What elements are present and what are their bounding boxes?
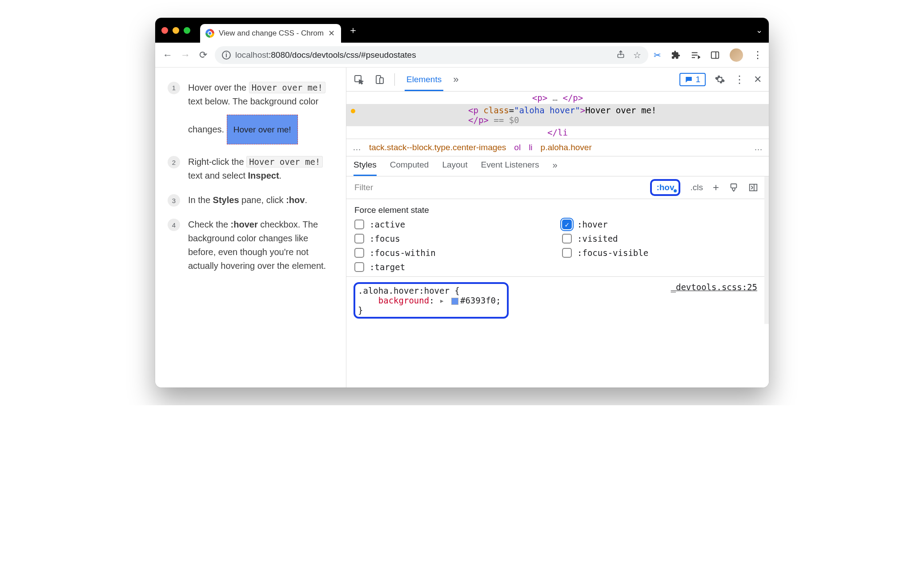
tab-title: View and change CSS - Chrom	[219, 29, 324, 38]
step-bold: :hover	[231, 220, 258, 229]
computed-sidebar-icon[interactable]	[748, 183, 758, 192]
step-number: 3	[168, 194, 180, 207]
svg-rect-4	[380, 78, 383, 84]
styles-filter-input[interactable]: Filter	[353, 180, 650, 195]
subtab-layout[interactable]: Layout	[442, 160, 467, 176]
dom-breadcrumbs[interactable]: … tack.stack--block.type.center-images o…	[346, 139, 769, 156]
side-panel-icon[interactable]	[710, 50, 720, 60]
toggle-hov-button[interactable]: :hov	[650, 179, 680, 196]
inspect-element-icon[interactable]	[354, 74, 364, 85]
styles-filter-bar: Filter :hov .cls +	[346, 176, 764, 199]
share-icon[interactable]	[616, 50, 625, 60]
toggle-cls-button[interactable]: .cls	[690, 183, 703, 192]
bookmark-icon[interactable]: ☆	[633, 50, 641, 60]
device-toggle-icon[interactable]	[374, 74, 385, 85]
step-text: In the	[188, 195, 213, 205]
titlebar: View and change CSS - Chrom ✕ ＋ ⌄	[155, 18, 769, 43]
step-bold: Inspect	[248, 171, 279, 180]
step-number: 4	[168, 219, 180, 231]
color-swatch-icon[interactable]	[451, 298, 458, 305]
rule-source-link[interactable]: _devtools.scss:25	[671, 282, 757, 292]
back-button[interactable]: ←	[161, 49, 174, 61]
tab-list-chevron-icon[interactable]: ⌄	[756, 25, 763, 35]
dom-selected-row[interactable]: <p class="aloha hover">Hover over me! </…	[346, 104, 769, 126]
devtools-close-icon[interactable]: ✕	[754, 74, 762, 85]
css-rule[interactable]: .aloha.hover:hover { background: ▸ #6393…	[346, 277, 764, 324]
forward-button: →	[179, 49, 192, 61]
styles-subtabs: Styles Computed Layout Event Listeners »	[346, 156, 769, 176]
content-area: 1 Hover over the Hover over me! text bel…	[155, 68, 769, 387]
browser-toolbar: ← → ⟳ i localhost:8080/docs/devtools/css…	[155, 43, 769, 68]
subtab-event-listeners[interactable]: Event Listeners	[481, 160, 539, 176]
minimize-window-icon[interactable]	[173, 27, 179, 34]
svg-rect-1	[711, 52, 719, 58]
step-text: text and select	[188, 171, 248, 180]
step-text: Check the	[188, 220, 231, 229]
subtab-computed[interactable]: Computed	[390, 160, 429, 176]
step-2: 2 Right-click the Hover over me! text an…	[168, 155, 333, 183]
crumb-item[interactable]: li	[529, 143, 532, 152]
more-tabs-icon[interactable]: »	[453, 74, 458, 85]
devtools-tab-elements[interactable]: Elements	[405, 75, 443, 91]
force-state-title: Force element state	[354, 205, 756, 215]
forced-state-indicator-icon	[351, 109, 355, 113]
settings-gear-icon[interactable]	[715, 74, 725, 85]
step-text: Hover over the	[188, 83, 249, 92]
hover-demo-box[interactable]: Hover over me!	[227, 115, 298, 144]
reload-button[interactable]: ⟳	[197, 49, 209, 61]
issues-button[interactable]: 1	[679, 73, 706, 86]
force-element-state-panel: Force element state :active ✓:hover :foc…	[346, 199, 764, 277]
step-number: 1	[168, 82, 180, 94]
state-target[interactable]: :target	[354, 262, 549, 272]
maximize-window-icon[interactable]	[184, 27, 190, 34]
browser-tab[interactable]: View and change CSS - Chrom ✕	[200, 24, 341, 43]
dom-tree[interactable]: <p> … </p> <p class="aloha hover">Hover …	[346, 92, 769, 139]
state-hover[interactable]: ✓:hover	[562, 220, 756, 229]
state-focus-within[interactable]: :focus-within	[354, 248, 549, 258]
inline-code: Hover over me!	[249, 82, 325, 93]
step-3: 3 In the Styles pane, click :hov.	[168, 193, 333, 207]
step-text: Right-click the	[188, 157, 246, 167]
crumb-overflow-right[interactable]: …	[754, 143, 763, 152]
close-window-icon[interactable]	[161, 27, 168, 34]
new-tab-button[interactable]: ＋	[345, 24, 361, 37]
subtab-styles[interactable]: Styles	[354, 160, 377, 176]
inline-code: Hover over me!	[246, 156, 323, 168]
step-text: pane, click	[241, 195, 286, 205]
more-subtabs-icon[interactable]: »	[552, 160, 557, 176]
crumb-item[interactable]: ol	[514, 143, 521, 152]
playlist-icon[interactable]	[691, 50, 700, 60]
toolbar-actions: ✂ ⋮	[654, 48, 763, 62]
profile-avatar[interactable]	[730, 48, 743, 62]
highlighted-rule: .aloha.hover:hover { background: ▸ #6393…	[354, 282, 509, 319]
crumb-overflow-left[interactable]: …	[353, 143, 361, 152]
scissors-icon[interactable]: ✂	[654, 50, 661, 60]
paint-flashing-icon[interactable]	[729, 183, 739, 192]
crumb-item-selected[interactable]: p.aloha.hover	[541, 143, 592, 152]
traffic-lights	[161, 27, 190, 34]
state-focus-visible[interactable]: :focus-visible	[562, 248, 756, 258]
tab-close-icon[interactable]: ✕	[328, 28, 335, 38]
step-text: .	[279, 171, 282, 180]
devtools-toolbar: Elements » 1 ⋮ ✕	[346, 68, 769, 92]
state-focus[interactable]: :focus	[354, 234, 549, 244]
step-bold: Styles	[213, 195, 239, 205]
issues-count: 1	[695, 75, 700, 84]
url-host: localhost:8080/docs/devtools/css/#pseudo…	[235, 50, 416, 60]
site-info-icon[interactable]: i	[222, 51, 231, 60]
crumb-item[interactable]: tack.stack--block.type.center-images	[369, 143, 506, 152]
step-text: .	[305, 195, 307, 205]
state-visited[interactable]: :visited	[562, 234, 756, 244]
chrome-favicon-icon	[205, 29, 214, 38]
new-style-rule-icon[interactable]: +	[713, 181, 719, 194]
state-active[interactable]: :active	[354, 220, 549, 229]
scrollbar[interactable]	[764, 176, 769, 324]
devtools-menu-icon[interactable]: ⋮	[734, 73, 745, 86]
step-1: 1 Hover over the Hover over me! text bel…	[168, 81, 333, 144]
extensions-icon[interactable]	[671, 50, 681, 60]
browser-menu-icon[interactable]: ⋮	[753, 49, 763, 61]
devtools-panel: Elements » 1 ⋮ ✕ <p> … </p>	[346, 68, 769, 387]
svg-rect-6	[750, 184, 757, 191]
page-content: 1 Hover over the Hover over me! text bel…	[155, 68, 346, 387]
address-bar[interactable]: i localhost:8080/docs/devtools/css/#pseu…	[215, 46, 648, 64]
